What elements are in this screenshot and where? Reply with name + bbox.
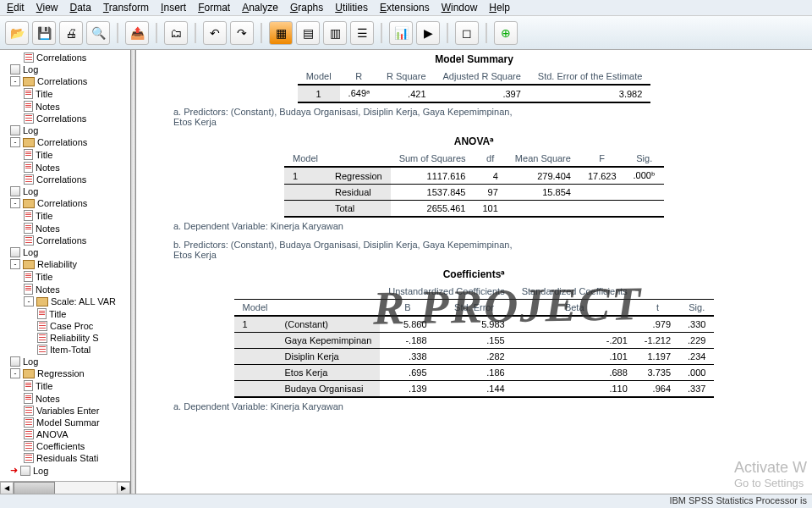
tree-title[interactable]: Title (0, 270, 130, 283)
doc-icon (24, 210, 33, 221)
scroll-right-icon[interactable]: ▶ (117, 482, 130, 494)
tree-variables-enter[interactable]: Variables Enter (0, 405, 130, 417)
menu-view[interactable]: View (36, 2, 58, 14)
tree-item-total[interactable]: Item-Total (0, 344, 130, 356)
menu-insert[interactable]: Insert (161, 2, 186, 14)
tree-label: Correlations (36, 52, 86, 63)
add-button[interactable]: ⊕ (494, 21, 518, 45)
tree-coefficients[interactable]: Coefficients (0, 440, 130, 452)
tree-log[interactable]: Log (0, 185, 130, 197)
scroll-left-icon[interactable]: ◀ (0, 482, 14, 494)
select-button[interactable]: ☰ (350, 21, 374, 45)
menu-format[interactable]: Format (198, 2, 230, 14)
collapse-icon[interactable]: - (10, 198, 20, 208)
tree-residuals-stati[interactable]: Residuals Stati (0, 452, 130, 464)
menu-transform[interactable]: Transform (103, 2, 149, 14)
menu-extensions[interactable]: Extensions (380, 2, 430, 14)
tree-case-proc[interactable]: Case Proc (0, 320, 130, 332)
tree-label: Log (23, 356, 38, 367)
table-icon (24, 453, 34, 463)
variables-button[interactable]: ▥ (323, 21, 347, 45)
export-button[interactable]: 📤 (125, 21, 149, 45)
collapse-icon[interactable]: - (10, 259, 20, 269)
tree-label: Reliability (37, 259, 77, 269)
tree-title[interactable]: Title (0, 209, 130, 222)
anova-note-a: a. Dependent Variable: Kinerja Karyawan (173, 221, 529, 231)
tree-log[interactable]: Log (0, 246, 130, 258)
table-icon (24, 441, 34, 451)
anova-title: ANOVAᵃ (162, 135, 787, 147)
tree-notes[interactable]: Notes (0, 161, 130, 174)
tree-title[interactable]: Title (0, 87, 130, 100)
doc-icon (24, 88, 33, 99)
collapse-icon[interactable]: - (10, 137, 20, 147)
menu-edit[interactable]: Edit (7, 2, 25, 14)
tree-label: Log (23, 247, 38, 257)
tree-notes[interactable]: Notes (0, 100, 130, 113)
coef-note: a. Dependent Variable: Kinerja Karyawan (173, 401, 529, 411)
sidebar-hscroll[interactable]: ◀ ▶ (0, 481, 130, 494)
tree-title[interactable]: Title (0, 379, 130, 392)
tree-log[interactable]: Log (0, 64, 130, 75)
tree-notes[interactable]: Notes (0, 222, 130, 235)
tree-correlations[interactable]: -Correlations (0, 136, 130, 148)
designate-button[interactable]: ◻ (455, 21, 479, 45)
recall-button[interactable]: 🗂 (164, 21, 188, 45)
tree-log[interactable]: Log (0, 356, 130, 367)
goto-data-button[interactable]: ▦ (269, 21, 293, 45)
menu-utilities[interactable]: Utilities (335, 2, 368, 14)
tree-log[interactable]: ➜Log (0, 464, 130, 477)
collapse-icon[interactable]: - (10, 76, 20, 86)
menu-help[interactable]: Help (489, 2, 510, 14)
tree-regression[interactable]: -Regression (0, 367, 130, 379)
tree-anova[interactable]: ANOVA (0, 428, 130, 440)
open-button[interactable]: 📂 (5, 21, 29, 45)
tree-label: Variables Enter (36, 406, 99, 416)
tree-scale:-all-var[interactable]: -Scale: ALL VAR (0, 295, 130, 307)
tree-label: Notes (36, 284, 60, 295)
chart-button[interactable]: 📊 (389, 21, 413, 45)
undo-button[interactable]: ↶ (203, 21, 227, 45)
tree-correlations[interactable]: -Correlations (0, 75, 130, 87)
save-button[interactable]: 💾 (32, 21, 56, 45)
redo-button[interactable]: ↷ (230, 21, 254, 45)
menu-data[interactable]: Data (70, 2, 91, 14)
goto-case-button[interactable]: ▤ (296, 21, 320, 45)
run-button[interactable]: ▶ (416, 21, 440, 45)
tree-label: Notes (36, 394, 60, 404)
menu-analyze[interactable]: Analyze (242, 2, 278, 14)
tree-label: Coefficients (36, 441, 85, 451)
coef-title: Coefficientsᵃ (162, 268, 787, 280)
tree-title[interactable]: Title (0, 307, 130, 320)
menubar: EditViewDataTransformInsertFormatAnalyze… (0, 0, 812, 16)
doc-icon (24, 149, 33, 160)
tree-correlations[interactable]: Correlations (0, 174, 130, 185)
tree-reliability[interactable]: -Reliability (0, 258, 130, 270)
tree-correlations[interactable]: -Correlations (0, 197, 130, 209)
tree-notes[interactable]: Notes (0, 283, 130, 295)
doc-icon (24, 284, 33, 295)
tree-correlations[interactable]: Correlations (0, 235, 130, 246)
tree-correlations[interactable]: Correlations (0, 52, 130, 64)
table-icon (24, 235, 34, 246)
tree-label: Title (36, 211, 52, 221)
menu-graphs[interactable]: Graphs (290, 2, 323, 14)
tree-label: Title (36, 150, 52, 160)
tree-title[interactable]: Title (0, 148, 130, 161)
collapse-icon[interactable]: - (24, 296, 34, 306)
tree-correlations[interactable]: Correlations (0, 113, 130, 124)
collapse-icon[interactable]: - (10, 368, 20, 378)
tree-log[interactable]: Log (0, 124, 130, 136)
model-summary-note: a. Predictors: (Constant), Budaya Organi… (173, 107, 529, 127)
doc-icon (24, 223, 33, 234)
doc-icon (24, 101, 33, 112)
tree-notes[interactable]: Notes (0, 392, 130, 405)
preview-button[interactable]: 🔍 (86, 21, 110, 45)
log-icon (10, 186, 20, 196)
tree-model-summar[interactable]: Model Summar (0, 417, 130, 428)
toolbar: 📂 💾 🖨 🔍 📤 🗂 ↶ ↷ ▦ ▤ ▥ ☰ 📊 ▶ ◻ ⊕ (0, 16, 812, 50)
tree-label: Model Summar (36, 417, 100, 428)
tree-reliability-s[interactable]: Reliability S (0, 332, 130, 344)
print-button[interactable]: 🖨 (59, 21, 83, 45)
menu-window[interactable]: Window (442, 2, 478, 14)
